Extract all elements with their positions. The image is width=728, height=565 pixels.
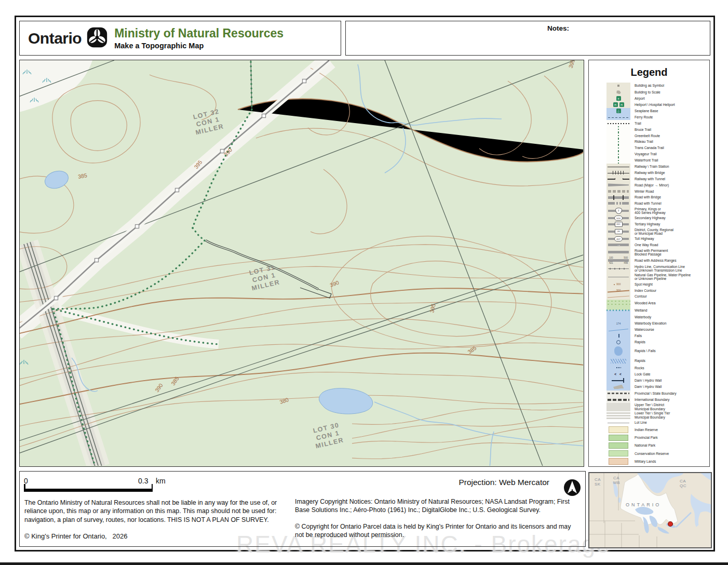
airport-icon: ✈ xyxy=(606,96,630,102)
legend-item: Voyageur Trail xyxy=(589,151,709,157)
legend-item: 300Spot Height xyxy=(589,281,709,287)
legend-label: Primary, Kings or400 Series Highway xyxy=(635,207,665,215)
scalebar-end: 0.3 xyxy=(138,477,148,485)
legend-label: Lock Gate xyxy=(635,372,650,376)
legend-label: Road with Address Ranges xyxy=(635,259,677,262)
legend-label: Military Lands xyxy=(635,460,656,463)
legend-item: Provincial Park xyxy=(589,434,709,441)
prov_bound-icon xyxy=(606,391,630,397)
hydro-icon xyxy=(606,264,630,273)
legend-label: Trail xyxy=(635,122,641,125)
railway_tunnel-icon xyxy=(606,176,630,182)
legend-label: Bruce Trail xyxy=(635,128,651,131)
legend-label: Toll Highway xyxy=(635,237,654,240)
legend-item: Waterfront Trail xyxy=(589,157,709,164)
projection-label: Projection: Web Mercator xyxy=(300,478,549,487)
lockgate-icon: < < xyxy=(606,371,630,377)
legend-label: Railway \ Train Station xyxy=(635,165,669,168)
legend-label: Indian Reserve xyxy=(635,428,658,432)
legend-item: Provincial \ State Boundary xyxy=(589,391,709,397)
legend-label: Building to Scale xyxy=(635,90,660,94)
legend-item: 174Waterbody Elevation xyxy=(589,320,709,327)
notes-panel: Notes: xyxy=(345,21,710,56)
wb_elev-icon: 174 xyxy=(606,320,630,327)
legend-label: Waterbody xyxy=(635,315,651,319)
legend-label: Railway with Tunnel xyxy=(635,177,665,181)
legend-label: Secondary Highway xyxy=(635,216,665,220)
bldg_scale-icon xyxy=(606,89,630,96)
legend-item: 28District, County, Regionalor Municipal… xyxy=(589,227,709,236)
north-arrow-icon xyxy=(563,479,581,499)
legend-title: Legend xyxy=(589,60,709,83)
upper_bound-icon xyxy=(606,403,630,411)
legend-label: Natural Gas Pipeline, Water Pipelineor U… xyxy=(635,273,691,281)
wooded-icon xyxy=(606,300,630,307)
legend-label: Provincial Park xyxy=(635,436,658,439)
trail_sq-icon xyxy=(606,132,630,139)
intl_bound-icon xyxy=(606,397,630,403)
legend-item: Winter Road xyxy=(589,188,709,194)
legend-label: National Park xyxy=(635,443,655,447)
legend-item: ⚓Seaplane Base xyxy=(589,108,709,114)
legend-label: Road with PermanentBlocked Passage xyxy=(635,249,668,257)
legend-label: Voyageur Trail xyxy=(635,152,657,156)
rocks-icon xyxy=(606,365,630,371)
legend-label: Ferry Route xyxy=(635,115,653,119)
inset-label-sk: CASK xyxy=(595,477,601,487)
legend-label: Dam \ Hydro Wall xyxy=(635,379,662,382)
legend-item: National Park xyxy=(589,441,709,449)
inset-label-mb: CAMB xyxy=(613,476,620,485)
legend-item: Rapids \ Falls xyxy=(589,345,709,357)
dam2-icon xyxy=(606,383,630,391)
legend-label: Conservation Reserve xyxy=(635,452,669,455)
contour-icon xyxy=(606,293,630,300)
scalebar-tick xyxy=(24,484,25,492)
legend-item: Greenbelt Route xyxy=(589,132,709,139)
trail_diamond-icon xyxy=(606,126,630,132)
legend-item: Watercourse xyxy=(589,327,709,333)
legend-item: Wooded Area xyxy=(589,300,709,307)
legend-item: 7Primary, Kings or400 Series Highway xyxy=(589,207,709,215)
legend-label: Wetland xyxy=(635,308,647,312)
legend-label: Hydro Line, Communication Lineor Unknown… xyxy=(635,265,685,273)
scalebar-tick xyxy=(152,484,153,492)
sw_prov-icon xyxy=(606,434,630,441)
legend-item: Building to Scale xyxy=(589,89,709,96)
copyright-text: © King's Printer for Ontario, 2026 xyxy=(24,532,128,540)
trail_sq3-icon xyxy=(606,157,630,164)
legend-item: Conservation Reserve xyxy=(589,450,709,458)
legend-item: ✈Airport xyxy=(589,96,709,102)
legend-item: →One Way Road xyxy=(589,242,709,248)
bottom-edge-bar xyxy=(0,562,728,565)
lower_bound-icon xyxy=(606,411,630,420)
legend-label: International Boundary xyxy=(635,398,669,401)
road_major-icon xyxy=(606,182,630,188)
legend-item: Lot Line xyxy=(589,420,709,426)
legend-label: Trans Canada Trail xyxy=(635,146,664,150)
legend-item: Rocks xyxy=(589,365,709,371)
legend-item: Indian Reserve xyxy=(589,426,709,434)
legend-item: Natural Gas Pipeline, Water Pipelineor U… xyxy=(589,273,709,281)
legend-item: 300Index Contour xyxy=(589,287,709,293)
hwy_secondary-icon: 524 xyxy=(606,215,630,221)
legend-label: Airport xyxy=(635,97,645,100)
legend-label: Building as Symbol xyxy=(635,84,664,87)
legend-label: Tertiary Highway xyxy=(635,222,660,226)
legend-label: Contour xyxy=(635,294,647,298)
legend-item: Wetland xyxy=(589,307,709,314)
legend-label: Rapids \ Falls xyxy=(635,349,656,353)
sw_mil-icon xyxy=(606,458,630,465)
hwy_tertiary-icon: 661 xyxy=(606,221,630,227)
legend-item: Road with Tunnel xyxy=(589,200,709,207)
legend-label: Lot Line xyxy=(635,421,647,424)
legend-rows: Building as SymbolBuilding to Scale✈Airp… xyxy=(589,83,709,465)
hwy_toll-icon: 407 xyxy=(606,236,630,242)
notes-label: Notes: xyxy=(547,24,569,32)
legend-item: Hydro Line, Communication Lineor Unknown… xyxy=(589,264,709,273)
legend-label: Upper Tier \ DistrictMunicipal Boundary xyxy=(635,403,665,411)
rapids_falls-icon xyxy=(606,345,630,357)
legend-label: Road with Tunnel xyxy=(635,201,662,205)
legend-item: Waterbody xyxy=(589,314,709,320)
legend-item: Railway with Tunnel xyxy=(589,176,709,182)
legend-item: Dam \ Hydro Wall xyxy=(589,383,709,391)
